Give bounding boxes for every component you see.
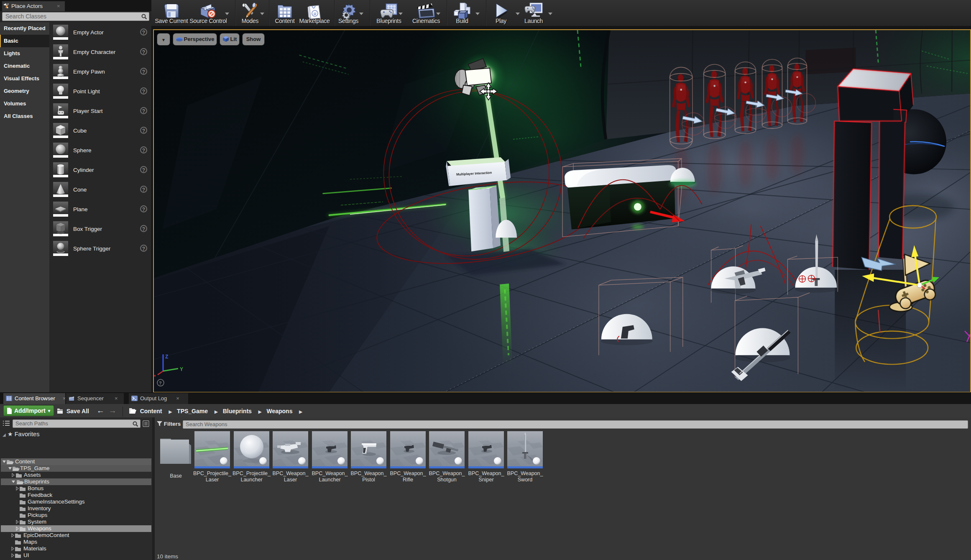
svg-text:u: u xyxy=(314,11,316,16)
svg-text:*: * xyxy=(154,374,156,380)
svg-text:Y: Y xyxy=(180,366,183,372)
svg-text:Z: Z xyxy=(165,354,168,360)
svg-text:?: ? xyxy=(159,381,162,386)
